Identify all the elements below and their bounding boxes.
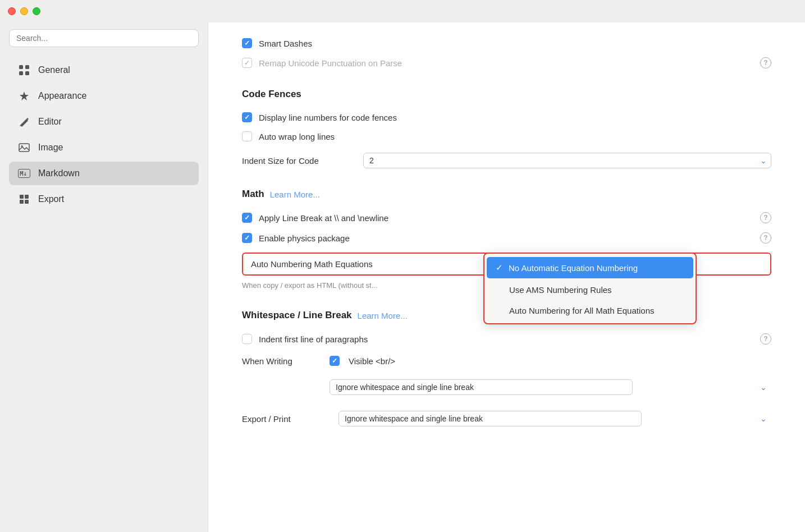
remap-unicode-label: Remap Unicode Punctuation on Parse	[259, 58, 753, 68]
svg-rect-9	[20, 195, 24, 199]
remap-unicode-help-icon[interactable]: ?	[760, 57, 771, 68]
general-icon	[18, 64, 30, 76]
indent-first-line-row: Indent first line of paragraphs ?	[242, 329, 771, 349]
indent-first-line-label: Indent first line of paragraphs	[259, 334, 753, 344]
svg-rect-1	[25, 65, 29, 69]
indent-size-label: Indent Size for Code	[242, 156, 354, 166]
svg-rect-3	[25, 71, 29, 75]
svg-rect-2	[19, 71, 23, 75]
close-button[interactable]	[8, 7, 16, 15]
export-print-select-wrapper: Ignore whitespace and single line break …	[339, 411, 771, 426]
when-writing-select-row: Ignore whitespace and single line break …	[330, 375, 771, 400]
export-print-select-arrow: ⌄	[760, 414, 767, 423]
auto-wrap-checkbox[interactable]	[242, 131, 252, 141]
sidebar: General Appearance Editor	[0, 22, 208, 532]
sidebar-item-label: Export	[38, 194, 64, 204]
enable-physics-checkbox[interactable]	[242, 233, 252, 243]
sidebar-item-markdown[interactable]: M↓ Markdown	[9, 162, 199, 185]
sidebar-item-label: Editor	[38, 117, 62, 127]
editor-icon	[18, 116, 30, 128]
enable-physics-label: Enable physics package	[259, 233, 753, 243]
markdown-icon: M↓	[18, 167, 30, 180]
when-writing-select-arrow: ⌄	[760, 383, 767, 392]
indent-size-select-wrapper: 2 4 ⌄	[363, 153, 771, 168]
appearance-icon	[18, 90, 30, 102]
apply-line-break-checkbox[interactable]	[242, 213, 252, 223]
equation-numbering-dropdown: ✓ No Automatic Equation Numbering Use AM…	[483, 253, 697, 324]
when-writing-label: When Writing	[242, 356, 321, 366]
auto-numbering-container: Auto Numbering Math Equations ✓ No Autom…	[242, 253, 771, 276]
export-print-select[interactable]: Ignore whitespace and single line break	[339, 411, 642, 426]
math-section-title: Math Learn More...	[242, 189, 771, 200]
svg-marker-4	[20, 91, 29, 100]
visible-br-label: Visible <br/>	[349, 356, 395, 366]
indent-size-select[interactable]: 2 4	[363, 153, 771, 168]
sidebar-item-label: Appearance	[38, 91, 86, 101]
display-line-numbers-row: Display line numbers for code fences	[242, 108, 771, 127]
sidebar-item-general[interactable]: General	[9, 58, 199, 82]
main-layout: General Appearance Editor	[0, 22, 805, 532]
dropdown-item-ams[interactable]: Use AMS Numbering Rules	[484, 279, 696, 300]
enable-physics-help-icon[interactable]: ?	[760, 232, 771, 244]
sidebar-item-image[interactable]: Image	[9, 136, 199, 159]
svg-rect-12	[25, 200, 29, 204]
checkmark-icon: ✓	[496, 263, 503, 273]
indent-first-line-checkbox[interactable]	[242, 334, 252, 344]
export-icon	[18, 193, 30, 205]
svg-rect-0	[19, 65, 23, 69]
titlebar	[0, 0, 805, 22]
svg-rect-11	[20, 200, 24, 204]
svg-rect-10	[25, 195, 29, 199]
sidebar-item-appearance[interactable]: Appearance	[9, 84, 199, 108]
dropdown-item-all-equations[interactable]: Auto Numbering for All Math Equations	[484, 300, 696, 321]
maximize-button[interactable]	[33, 7, 40, 15]
search-input[interactable]	[9, 29, 199, 47]
sidebar-item-label: Markdown	[38, 168, 80, 178]
minimize-button[interactable]	[20, 7, 28, 15]
auto-numbering-label: Auto Numbering Math Equations	[251, 259, 373, 269]
visible-br-checkbox[interactable]	[330, 356, 340, 366]
sidebar-item-export[interactable]: Export	[9, 187, 199, 211]
content-area: Smart Dashes Remap Unicode Punctuation o…	[208, 22, 805, 532]
smart-dashes-row: Smart Dashes	[242, 34, 771, 53]
indent-size-row: Indent Size for Code 2 4 ⌄	[242, 148, 771, 173]
math-learn-more-link[interactable]: Learn More...	[270, 190, 320, 199]
svg-text:M↓: M↓	[20, 170, 27, 177]
enable-physics-row: Enable physics package ?	[242, 228, 771, 248]
apply-line-break-help-icon[interactable]: ?	[760, 212, 771, 223]
sidebar-item-label: General	[38, 65, 70, 75]
sidebar-item-editor[interactable]: Editor	[9, 110, 199, 134]
when-writing-select-wrapper: Ignore whitespace and single line break …	[330, 379, 771, 395]
remap-unicode-row: Remap Unicode Punctuation on Parse ?	[242, 53, 771, 73]
indent-first-line-help-icon[interactable]: ?	[760, 333, 771, 345]
remap-unicode-checkbox[interactable]	[242, 58, 252, 68]
apply-line-break-label: Apply Line Break at \\ and \newline	[259, 213, 753, 223]
when-writing-row: When Writing Visible <br/>	[242, 351, 771, 370]
auto-wrap-row: Auto wrap long lines	[242, 127, 771, 146]
export-print-label: Export / Print	[242, 414, 321, 424]
code-fences-title: Code Fences	[242, 89, 771, 100]
export-print-row: Export / Print Ignore whitespace and sin…	[242, 406, 771, 431]
image-icon	[18, 141, 30, 154]
sidebar-item-label: Image	[38, 143, 63, 153]
auto-wrap-label: Auto wrap long lines	[259, 132, 771, 141]
smart-dashes-checkbox[interactable]	[242, 38, 252, 48]
dropdown-item-no-numbering[interactable]: ✓ No Automatic Equation Numbering	[487, 257, 693, 278]
display-line-numbers-label: Display line numbers for code fences	[259, 113, 771, 122]
smart-dashes-label: Smart Dashes	[259, 39, 771, 48]
svg-rect-5	[19, 144, 29, 152]
display-line-numbers-checkbox[interactable]	[242, 112, 252, 122]
whitespace-learn-more-link[interactable]: Learn More...	[358, 311, 408, 320]
when-writing-select[interactable]: Ignore whitespace and single line break	[330, 379, 633, 395]
apply-line-break-row: Apply Line Break at \\ and \newline ?	[242, 208, 771, 228]
